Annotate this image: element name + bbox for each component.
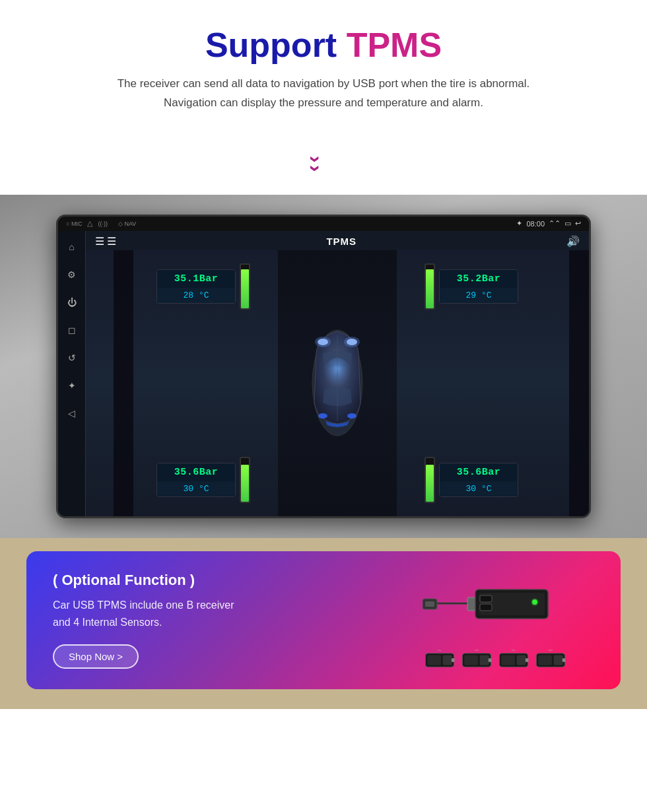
status-warning: △ xyxy=(87,219,92,228)
card-left: ( Optional Function ) Car USB TPMS inclu… xyxy=(53,572,304,668)
tpms-display: 35.1Bar 28 °C xyxy=(86,250,589,516)
page-title: Support TPMS xyxy=(40,26,607,64)
tire-fr-temp: 29 °C xyxy=(440,288,518,303)
back-icon: ↩ xyxy=(575,219,581,228)
receiver-svg xyxy=(423,571,568,637)
menu-icon[interactable]: ☰ ☰ xyxy=(95,235,116,248)
svg-text:RL: RL xyxy=(512,650,516,652)
svg-point-8 xyxy=(344,337,360,347)
tire-fr-data: 35.2Bar 29 °C xyxy=(439,269,518,304)
svg-rect-20 xyxy=(443,655,452,665)
svg-point-4 xyxy=(318,413,327,419)
tire-rl-temp: 30 °C xyxy=(157,481,235,496)
side-power-icon[interactable]: ⏻ xyxy=(64,294,80,310)
window-icon: ▭ xyxy=(564,219,571,228)
svg-point-7 xyxy=(315,337,331,347)
svg-rect-27 xyxy=(489,658,492,662)
tire-rr-temp: 30 °C xyxy=(440,481,518,496)
tire-rr-pressure: 35.6Bar xyxy=(440,463,518,481)
screen-bezel: ○ MIC △ ((·)) ◇ NAV ✦ 08:00 ⌃⌃ ▭ ↩ ⌂ ⚙ ⏻… xyxy=(56,215,591,518)
bluetooth-icon: ✦ xyxy=(516,219,522,228)
expand-icon: ⌃⌃ xyxy=(549,219,561,228)
status-time: 08:00 xyxy=(526,220,545,228)
svg-rect-30 xyxy=(517,655,526,665)
tire-fl-pressure: 35.1Bar xyxy=(157,270,235,288)
svg-text:FR: FR xyxy=(475,650,479,652)
svg-rect-14 xyxy=(480,595,492,602)
bottom-section: ( Optional Function ) Car USB TPMS inclu… xyxy=(0,538,647,709)
center-car-col xyxy=(254,250,421,516)
status-mic: ○ MIC xyxy=(66,220,82,227)
card-right: FL FR RL xyxy=(396,571,594,669)
tpms-main: ☰ ☰ TPMS 🔊 xyxy=(86,231,589,516)
tire-rr-section: 35.6Bar 30 °C xyxy=(421,383,589,516)
status-signal: ((·)) xyxy=(98,220,108,227)
svg-rect-35 xyxy=(554,655,563,665)
chevron-section xyxy=(0,149,647,175)
sensor-1: FL xyxy=(424,650,456,669)
usb-receiver-device xyxy=(423,571,568,640)
tire-rl-display: 35.6Bar 30 °C xyxy=(156,457,250,503)
card-description: Car USB TPMS include one B receiverand 4… xyxy=(53,597,304,630)
sensor-3: RL xyxy=(498,650,529,669)
tire-rl-battery-fill xyxy=(241,465,249,502)
svg-rect-10 xyxy=(425,601,434,607)
side-back-icon[interactable]: ↺ xyxy=(64,350,80,366)
sensors-row: FL FR RL xyxy=(424,650,566,669)
tire-fl-battery-fill xyxy=(241,269,249,308)
svg-rect-19 xyxy=(427,655,441,665)
side-map-icon[interactable]: ◻ xyxy=(64,322,80,338)
car-image xyxy=(298,317,377,449)
car-display-section: ○ MIC △ ((·)) ◇ NAV ✦ 08:00 ⌃⌃ ▭ ↩ ⌂ ⚙ ⏻… xyxy=(0,195,647,538)
title-support: Support xyxy=(205,26,337,64)
volume-icon[interactable]: 🔊 xyxy=(566,235,580,248)
svg-rect-24 xyxy=(464,655,478,665)
subtitle-text: The receiver can send all data to naviga… xyxy=(59,75,588,113)
status-nav: ◇ NAV xyxy=(118,220,136,227)
svg-text:RR: RR xyxy=(549,650,553,652)
title-tpms: TPMS xyxy=(347,26,442,64)
tire-rl-battery xyxy=(240,457,250,503)
sensor-4: RR xyxy=(535,650,566,669)
svg-rect-15 xyxy=(480,604,492,611)
svg-rect-25 xyxy=(480,655,489,665)
side-settings-icon[interactable]: ⚙ xyxy=(64,267,80,283)
sensor-2: FR xyxy=(461,650,493,669)
chevron-down-icon xyxy=(310,149,337,172)
side-remove-icon[interactable]: ◁ xyxy=(64,405,80,421)
svg-rect-22 xyxy=(452,658,455,662)
tpms-topbar: ☰ ☰ TPMS 🔊 xyxy=(86,231,589,250)
tire-rl-data: 35.6Bar 30 °C xyxy=(156,463,236,497)
tire-rl-pressure: 35.6Bar xyxy=(157,463,235,481)
status-left: ○ MIC △ ((·)) ◇ NAV xyxy=(66,219,136,228)
tire-rr-data: 35.6Bar 30 °C xyxy=(439,463,518,497)
tire-rr-display: 35.6Bar 30 °C xyxy=(425,457,518,503)
side-add-icon[interactable]: ✦ xyxy=(64,378,80,393)
side-panel: ⌂ ⚙ ⏻ ◻ ↺ ✦ ◁ xyxy=(58,231,86,516)
screen-content: ⌂ ⚙ ⏻ ◻ ↺ ✦ ◁ ☰ ☰ TPMS 🔊 xyxy=(58,231,589,516)
tire-fl-section: 35.1Bar 28 °C xyxy=(86,250,254,384)
svg-rect-29 xyxy=(501,655,515,665)
tire-fr-section: 35.2Bar 29 °C xyxy=(421,250,589,384)
svg-rect-11 xyxy=(467,597,475,611)
tire-fl-data: 35.1Bar 28 °C xyxy=(156,269,236,304)
svg-rect-32 xyxy=(526,658,529,662)
optional-function-card: ( Optional Function ) Car USB TPMS inclu… xyxy=(26,551,621,689)
tire-fl-temp: 28 °C xyxy=(157,288,235,303)
status-bar: ○ MIC △ ((·)) ◇ NAV ✦ 08:00 ⌃⌃ ▭ ↩ xyxy=(58,217,589,231)
header-section: Support TPMS The receiver can send all d… xyxy=(0,0,647,142)
shop-now-button[interactable]: Shop Now > xyxy=(53,644,139,669)
tpms-screen-title: TPMS xyxy=(326,236,357,247)
tire-fr-battery-fill xyxy=(426,269,434,308)
side-home-icon[interactable]: ⌂ xyxy=(64,239,80,255)
tire-fl-battery xyxy=(240,263,250,310)
tire-rr-battery-fill xyxy=(426,465,434,502)
svg-rect-37 xyxy=(562,658,566,662)
tire-rr-battery xyxy=(425,457,435,503)
card-title: ( Optional Function ) xyxy=(53,572,304,589)
svg-point-17 xyxy=(531,598,539,606)
svg-text:FL: FL xyxy=(438,650,442,652)
tire-fr-battery xyxy=(425,263,435,310)
tire-fr-pressure: 35.2Bar xyxy=(440,270,518,288)
status-right: ✦ 08:00 ⌃⌃ ▭ ↩ xyxy=(516,219,581,228)
